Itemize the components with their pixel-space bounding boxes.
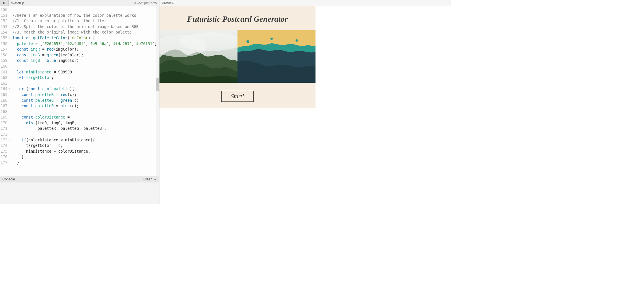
line-number: 167 — [0, 103, 8, 109]
svg-point-6 — [270, 38, 273, 40]
line-number: 150 — [0, 7, 8, 13]
line-number: 162 — [0, 75, 8, 81]
line-number: 173 — [0, 137, 8, 143]
line-number: 155 — [0, 35, 8, 41]
code-line[interactable]: //Here's an explanation of how the color… — [12, 13, 159, 19]
line-number: 151 — [0, 13, 8, 19]
code-line[interactable]: const imgG = green(imgColor); — [12, 52, 159, 58]
preview-panel: Preview Futuristic Postcard Generator — [159, 0, 451, 204]
line-number: 176 — [0, 154, 8, 160]
code-line[interactable] — [12, 64, 159, 69]
image-row — [159, 30, 315, 83]
code-line[interactable] — [12, 81, 159, 86]
code-line[interactable]: paletteR, paletteG, paletteB); — [12, 126, 159, 132]
code-line[interactable]: if(colorDistance < minDistance){ — [12, 137, 159, 143]
preview-body: Futuristic Postcard Generator — [159, 6, 451, 204]
editor-panel: sketch.js Saved: just now 15015115215315… — [0, 0, 159, 204]
svg-point-7 — [296, 39, 298, 42]
start-button[interactable]: Start! — [221, 91, 254, 102]
code-line[interactable]: for (const c of palette){ — [12, 86, 159, 92]
line-number: 165 — [0, 92, 8, 98]
scrollbar-thumb[interactable] — [156, 78, 159, 91]
line-number: 164 — [0, 86, 8, 92]
line-number: 170 — [0, 120, 8, 126]
app-title: Futuristic Postcard Generator — [159, 6, 315, 30]
code-line[interactable]: const imgB = blue(imgColor); — [12, 58, 159, 64]
console-label: Console — [2, 177, 15, 181]
line-number: 154 — [0, 29, 8, 35]
original-image — [159, 30, 237, 83]
play-icon — [3, 2, 5, 4]
code-line[interactable]: const paletteG = green(c); — [12, 98, 159, 104]
code-line[interactable]: //3. Match the original image with the c… — [12, 29, 159, 35]
line-number: 158 — [0, 52, 8, 58]
clear-button[interactable]: Clear — [143, 177, 152, 181]
filename-label: sketch.js — [9, 1, 132, 5]
code-editor[interactable]: 1501511521531541551561571581591601611621… — [0, 6, 159, 176]
code-line[interactable]: dist(imgR, imgG, imgB, — [12, 120, 159, 126]
code-line[interactable] — [12, 132, 159, 137]
line-number: 175 — [0, 149, 8, 154]
console-header[interactable]: Console Clear — [0, 176, 159, 182]
saved-status: Saved: just now — [132, 1, 159, 5]
code-line[interactable]: const paletteR = red(c); — [12, 92, 159, 98]
line-number: 177 — [0, 160, 8, 166]
line-number: 174 — [0, 143, 8, 149]
chevron-down-icon[interactable] — [153, 178, 157, 181]
code-area[interactable]: //Here's an explanation of how the color… — [9, 6, 159, 176]
line-number: 152 — [0, 18, 8, 24]
console-body — [0, 182, 159, 204]
preview-label: Preview — [162, 1, 174, 5]
code-line[interactable]: //2. Split the color of the original ima… — [12, 24, 159, 30]
line-number: 156 — [0, 41, 8, 47]
code-line[interactable]: const colorDistance = — [12, 114, 159, 120]
line-number: 166 — [0, 98, 8, 104]
filtered-image — [237, 30, 315, 83]
code-line[interactable]: const imgR = red(imgColor); — [12, 47, 159, 52]
line-number: 159 — [0, 58, 8, 64]
line-number: 172 — [0, 132, 8, 137]
line-number: 161 — [0, 69, 8, 75]
run-button[interactable] — [0, 0, 9, 6]
line-gutter: 1501511521531541551561571581591601611621… — [0, 6, 9, 176]
line-number: 157 — [0, 47, 8, 52]
code-line[interactable] — [12, 109, 159, 115]
line-number: 168 — [0, 109, 8, 115]
preview-header: Preview — [159, 0, 451, 6]
code-line[interactable]: let targetColor; — [12, 75, 159, 81]
code-line[interactable]: let minDistance = 999999; — [12, 69, 159, 75]
line-number: 153 — [0, 24, 8, 30]
code-line[interactable]: minDistance = colorDistance; — [12, 149, 159, 154]
line-number: 163 — [0, 81, 8, 86]
editor-header: sketch.js Saved: just now — [0, 0, 159, 6]
line-number: 169 — [0, 114, 8, 120]
code-line[interactable]: palette = ['#264653','#2a9d8f','#e9c46a'… — [12, 41, 159, 47]
svg-point-5 — [246, 40, 249, 43]
code-line[interactable] — [12, 7, 159, 13]
svg-marker-0 — [3, 2, 5, 4]
code-line[interactable]: targetColor = c; — [12, 143, 159, 149]
scrollbar-track[interactable] — [156, 6, 159, 176]
code-line[interactable]: const paletteB = blue(c); — [12, 103, 159, 109]
postcard-app: Futuristic Postcard Generator — [159, 6, 315, 108]
line-number: 160 — [0, 64, 8, 69]
code-line[interactable]: function getPaletteColor(imgColor) { — [12, 35, 159, 41]
code-line[interactable]: } — [12, 160, 159, 166]
code-line[interactable]: //1. Create a color palette of the filte… — [12, 18, 159, 24]
code-line[interactable]: } — [12, 154, 159, 160]
line-number: 171 — [0, 126, 8, 132]
